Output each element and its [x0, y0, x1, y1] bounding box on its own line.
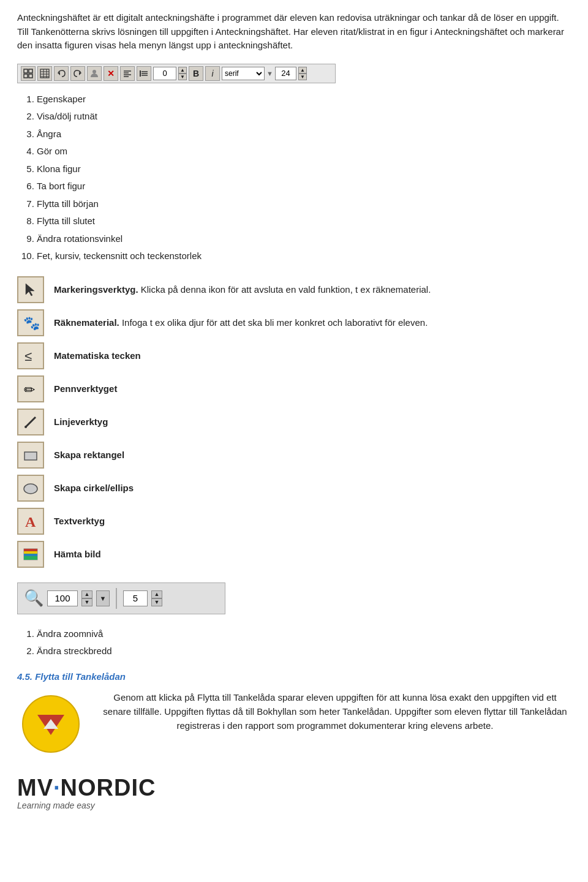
list-item: Ändra zoomnivå	[37, 625, 571, 643]
tool-label-raknematerial: Räknematerial. Infoga t ex olika djur fö…	[54, 316, 571, 329]
list-item: Ändra streckbredd	[37, 643, 571, 660]
tool-row-raknematerial: 🐾Räknematerial. Infoga t ex olika djur f…	[17, 309, 571, 336]
zoom-value-input[interactable]	[47, 590, 78, 606]
list-item: Gör om	[37, 143, 571, 160]
list-item: Flytta till slutet	[37, 213, 571, 230]
tool-icon-skapa-rektangel[interactable]	[17, 442, 44, 469]
tool-label-pennverktyget: Pennverktyget	[54, 382, 571, 395]
toolbar-btn-grid[interactable]	[21, 66, 36, 81]
tankeladan-icon	[17, 690, 85, 758]
tool-row-matematiska-tecken: ≤Matematiska tecken	[17, 342, 571, 369]
toolbar-font-select[interactable]: serif sans-serif monospace	[222, 67, 265, 80]
list-item: Egenskaper	[37, 91, 571, 108]
svg-rect-31	[24, 549, 37, 551]
svg-rect-0	[24, 69, 28, 73]
tankeladan-text: Genom att klicka på Flytta till Tankelåd…	[99, 690, 571, 733]
toolbar-btn-person[interactable]	[87, 66, 102, 81]
svg-rect-34	[24, 556, 37, 560]
zoom-toolbar: 🔍 ▲ ▼ ▼ ▲ ▼	[17, 582, 225, 614]
intro-paragraph: Anteckningshäftet är ett digitalt anteck…	[17, 11, 571, 53]
tool-row-skapa-cirkel: Skapa cirkel/ellips	[17, 475, 571, 502]
svg-rect-27	[24, 452, 37, 460]
tool-row-hamta-bild: Hämta bild	[17, 541, 571, 568]
toolbar-dropdown-arrow: ▼	[266, 70, 273, 77]
tool-label-markeringsverktyg: Markeringsverktyg. Klicka på denna ikon …	[54, 283, 571, 296]
tool-label-skapa-cirkel: Skapa cirkel/ellips	[54, 481, 571, 494]
svg-rect-2	[24, 74, 28, 78]
svg-line-25	[26, 417, 36, 427]
tool-icon-hamta-bild[interactable]	[17, 541, 44, 568]
tool-label-linjeverktyg: Linjeverktyg	[54, 415, 571, 428]
zoom-divider	[116, 588, 117, 609]
zoom-spin-down[interactable]: ▼	[81, 598, 92, 606]
toolbar-btn-close[interactable]: ✕	[104, 66, 118, 81]
list-item: Fet, kursiv, teckensnitt och teckenstorl…	[37, 247, 571, 265]
zoom-stroke-input[interactable]	[123, 590, 148, 606]
tool-icon-raknematerial[interactable]: 🐾	[17, 309, 44, 336]
svg-point-12	[92, 70, 96, 74]
toolbar-btn-undo[interactable]	[54, 66, 69, 81]
toolbar-size-spin: ▲ ▼	[298, 67, 307, 80]
tool-label-skapa-rektangel: Skapa rektangel	[54, 448, 571, 461]
list-item: Ta bort figur	[37, 178, 571, 195]
tool-row-pennverktyget: ✏Pennverktyget	[17, 375, 571, 402]
toolbar: ✕ ▲ ▼ B i serif sans-serif monospace ▼ ▲…	[17, 64, 336, 83]
mv-nordic-tagline: Learning made easy	[17, 801, 95, 810]
mv-text: MV	[17, 775, 53, 801]
list-item: Klona figur	[37, 160, 571, 178]
svg-rect-1	[29, 69, 32, 73]
svg-rect-32	[24, 551, 37, 554]
zoom-stroke-spin-down[interactable]: ▼	[151, 598, 162, 606]
toolbar-italic-button[interactable]: i	[205, 66, 220, 81]
tool-row-markeringsverktyg: Markeringsverktyg. Klicka på denna ikon …	[17, 276, 571, 303]
list-item: Ändra rotationsvinkel	[37, 230, 571, 248]
tool-row-skapa-rektangel: Skapa rektangel	[17, 442, 571, 469]
tool-row-textverktyg: ATextverktyg	[17, 508, 571, 535]
nordic-text: NORDIC	[61, 775, 156, 801]
tool-icon-linjeverktyg[interactable]	[17, 409, 44, 435]
toolbar-number-input[interactable]	[153, 67, 176, 80]
tool-label-matematiska-tecken: Matematiska tecken	[54, 349, 571, 362]
svg-text:≤: ≤	[24, 349, 32, 364]
tool-icon-matematiska-tecken[interactable]: ≤	[17, 342, 44, 369]
toolbar-btn-table[interactable]	[37, 66, 52, 81]
menu-list: EgenskaperVisa/dölj rutnätÅngraGör omKlo…	[37, 91, 571, 265]
toolbar-btn-redo[interactable]	[70, 66, 85, 81]
toolbar-bold-button[interactable]: B	[189, 66, 203, 81]
list-item: Flytta till början	[37, 195, 571, 213]
toolbar-size-input[interactable]	[275, 67, 296, 80]
zoom-spinbtns: ▲ ▼	[81, 590, 92, 606]
svg-rect-3	[29, 74, 32, 78]
svg-text:🐾: 🐾	[23, 315, 39, 331]
toolbar-size-spin-up[interactable]: ▲	[298, 67, 307, 74]
tool-row-linjeverktyg: Linjeverktyg	[17, 409, 571, 435]
list-item: Ångra	[37, 126, 571, 143]
svg-point-26	[24, 426, 27, 428]
list-item: Visa/dölj rutnät	[37, 108, 571, 126]
tool-icon-markeringsverktyg[interactable]	[17, 276, 44, 303]
toolbar-size-spin-down[interactable]: ▼	[298, 74, 307, 80]
tool-icon-textverktyg[interactable]: A	[17, 508, 44, 535]
tool-label-hamta-bild: Hämta bild	[54, 548, 571, 560]
svg-text:A: A	[25, 514, 36, 530]
zoom-dropdown[interactable]: ▼	[96, 590, 110, 606]
zoom-stroke-spin-up[interactable]: ▲	[151, 590, 162, 598]
zoom-stroke-spinbtns: ▲ ▼	[151, 590, 162, 606]
zoom-list: Ändra zoomnivåÄndra streckbredd	[37, 625, 571, 660]
svg-marker-21	[26, 284, 34, 296]
toolbar-btn-list[interactable]	[137, 66, 151, 81]
toolbar-spin-up[interactable]: ▲	[178, 67, 187, 74]
zoom-spin-up[interactable]: ▲	[81, 590, 92, 598]
tool-label-textverktyg: Textverktyg	[54, 514, 571, 527]
svg-point-28	[24, 484, 37, 494]
tankeladan-block: Genom att klicka på Flytta till Tankelåd…	[17, 690, 571, 758]
zoom-icon: 🔍	[24, 589, 43, 608]
tool-icon-pennverktyget[interactable]: ✏	[17, 375, 44, 402]
toolbar-spin-down[interactable]: ▼	[178, 74, 187, 80]
tool-icon-skapa-cirkel[interactable]	[17, 475, 44, 502]
mv-nordic-text: MV·NORDIC	[17, 776, 156, 799]
svg-text:✏: ✏	[24, 382, 36, 398]
toolbar-btn-align-left[interactable]	[120, 66, 135, 81]
mv-dot: ·	[53, 775, 61, 801]
mv-nordic-logo: MV·NORDIC Learning made easy	[17, 776, 571, 810]
